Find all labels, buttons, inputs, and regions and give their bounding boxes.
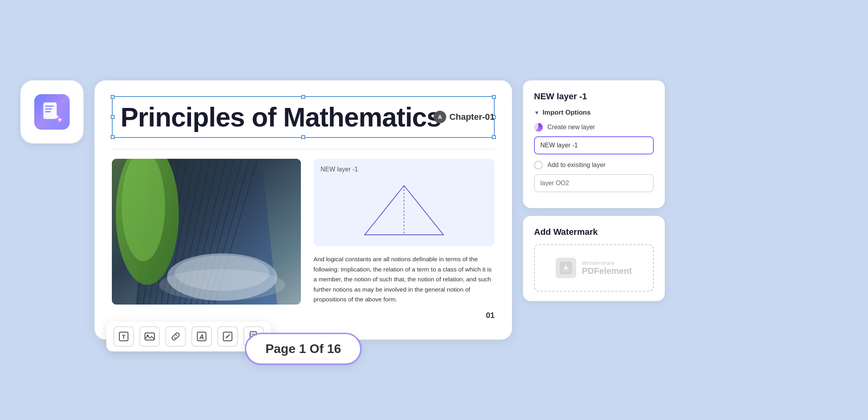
svg-rect-6: [59, 118, 60, 121]
diagram-box: NEW layer -1: [313, 159, 495, 246]
document-panel: Principles of Mathematics A Chapter-01: [95, 80, 512, 340]
import-options-label: Import Options: [543, 109, 591, 117]
svg-point-27: [159, 269, 285, 301]
chapter-label: Chapter-01: [449, 112, 495, 122]
content-area: NEW layer -1 And logical constants are a…: [112, 159, 495, 305]
svg-text:A: A: [199, 334, 204, 340]
text-tool-button[interactable]: T: [113, 326, 134, 347]
diagram-label: NEW layer -1: [321, 166, 488, 173]
handle-tc[interactable]: [301, 95, 305, 99]
app-logo: [20, 80, 83, 143]
brand-text: Wondershare PDFelement: [582, 260, 632, 276]
chapter-badge: A Chapter-01: [434, 111, 495, 123]
handle-tr[interactable]: [492, 95, 496, 99]
create-new-layer-label: Create new layer: [547, 124, 595, 131]
svg-rect-2: [45, 108, 52, 110]
image-tool-button[interactable]: [139, 326, 160, 347]
title-divider: [112, 149, 495, 149]
watermark-title: Add Watermark: [534, 227, 654, 237]
handle-bl[interactable]: [111, 135, 115, 139]
svg-text:T: T: [122, 334, 126, 340]
brand-name-large: PDFelement: [582, 266, 632, 276]
page-number: 01: [112, 311, 495, 320]
handle-br[interactable]: [492, 135, 496, 139]
svg-rect-1: [45, 106, 54, 107]
doc-side-content: NEW layer -1 And logical constants are a…: [313, 159, 495, 305]
title-section: Principles of Mathematics A Chapter-01: [112, 96, 495, 138]
watermark-card: Add Watermark Wondershare PDFelement: [523, 216, 665, 301]
add-existing-label: Add to exisiting layer: [547, 162, 606, 169]
logo-icon: [34, 94, 70, 130]
layer-card: NEW layer -1 ▼ Import Options Create new…: [523, 80, 665, 208]
radio-inactive-icon: [534, 161, 543, 169]
add-existing-layer-option[interactable]: Add to exisiting layer: [534, 161, 654, 169]
doc-body-text: And logical constants are all notions de…: [313, 254, 495, 305]
svg-rect-45: [564, 269, 568, 271]
brand-name-small: Wondershare: [582, 260, 632, 266]
page-indicator[interactable]: Page 1 Of 16: [246, 334, 361, 364]
radio-active-icon: [534, 123, 543, 132]
import-options-header[interactable]: ▼ Import Options: [534, 109, 654, 117]
svg-rect-32: [145, 333, 154, 340]
document-title: Principles of Mathematics: [121, 102, 486, 132]
svg-rect-0: [43, 102, 57, 119]
existing-layer-input[interactable]: [534, 174, 654, 192]
layer-title: NEW layer -1: [534, 91, 654, 102]
doc-image: [112, 159, 301, 305]
handle-tl[interactable]: [111, 95, 115, 99]
brand-icon: [556, 258, 576, 278]
right-panel: NEW layer -1 ▼ Import Options Create new…: [523, 80, 665, 301]
link-tool-button[interactable]: [165, 326, 186, 347]
handle-bc[interactable]: [301, 135, 305, 139]
font-tool-button[interactable]: A: [191, 326, 212, 347]
chapter-avatar: A: [434, 111, 446, 123]
watermark-brand: Wondershare PDFelement: [556, 258, 632, 278]
create-new-layer-option[interactable]: Create new layer: [534, 123, 654, 132]
edit-tool-button[interactable]: [217, 326, 238, 347]
chevron-down-icon: ▼: [534, 110, 540, 116]
new-layer-input[interactable]: [534, 136, 654, 154]
watermark-area[interactable]: Wondershare PDFelement: [534, 244, 654, 292]
handle-ml[interactable]: [111, 115, 115, 119]
